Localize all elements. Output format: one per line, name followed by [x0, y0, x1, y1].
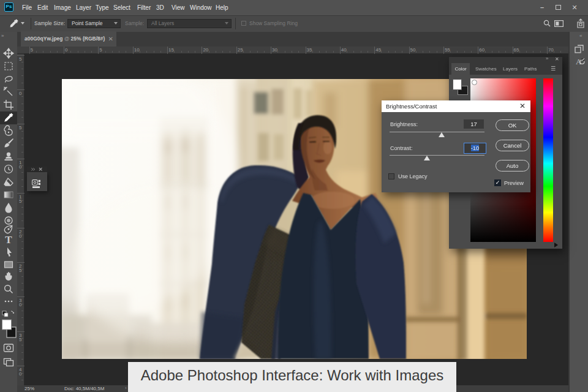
- svg-text:A: A: [576, 57, 582, 66]
- svg-text:T: T: [5, 234, 12, 246]
